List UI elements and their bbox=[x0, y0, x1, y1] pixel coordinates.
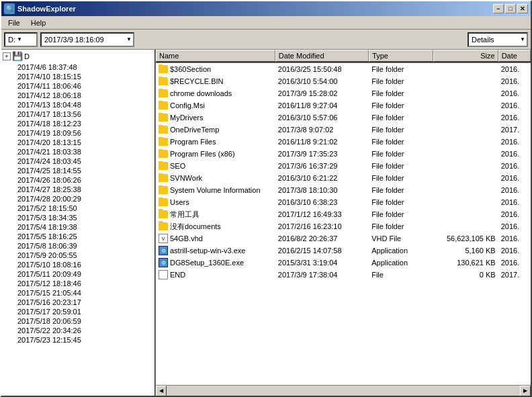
cell-name: chrome downloads bbox=[156, 89, 275, 98]
cell-date-modified: 2016/3/10 5:57:06 bbox=[275, 113, 369, 122]
vhd-icon: V bbox=[159, 234, 168, 243]
file-list-body[interactable]: $360Section 2016/3/25 15:50:48 File fold… bbox=[156, 63, 531, 385]
table-row[interactable]: ⚙ DG8Setup_1360E.exe 2015/3/31 3:19:04 A… bbox=[156, 257, 531, 269]
tree-date-item[interactable]: 2017/4/28 20:00:29 bbox=[1, 194, 154, 204]
col-header-size[interactable]: Size bbox=[433, 50, 498, 62]
tree-date-item[interactable]: 2017/4/13 18:04:48 bbox=[1, 100, 154, 109]
table-row[interactable]: OneDriveTemp 2017/3/8 9:07:02 File folde… bbox=[156, 124, 531, 136]
tree-date-item[interactable]: 2017/4/10 18:15:15 bbox=[1, 72, 154, 81]
table-row[interactable]: Users 2016/3/10 6:38:23 File folder 2016… bbox=[156, 196, 531, 208]
minimize-button[interactable]: − bbox=[493, 4, 504, 13]
folder-icon bbox=[159, 89, 168, 97]
h-scroll-track[interactable] bbox=[167, 386, 520, 396]
tree-date-item[interactable]: 2017/5/22 20:34:26 bbox=[1, 326, 154, 335]
col-header-type[interactable]: Type bbox=[369, 50, 433, 62]
table-row[interactable]: Program Files 2016/11/8 9:21:02 File fol… bbox=[156, 136, 531, 148]
cell-name: ⚙ astrill-setup-win-v3.exe bbox=[156, 245, 275, 256]
table-row[interactable]: V 54GB.vhd 2016/8/2 20:26:37 VHD File 56… bbox=[156, 232, 531, 245]
cell-type: File folder bbox=[369, 222, 433, 231]
h-scrollbar: ◀ ▶ bbox=[156, 385, 531, 396]
drive-select[interactable]: D: ▼ bbox=[4, 32, 38, 47]
col-header-date-modified[interactable]: Date Modified bbox=[275, 50, 369, 62]
cell-size: 130,621 KB bbox=[433, 258, 498, 267]
table-row[interactable]: $RECYCLE.BIN 2016/3/10 5:54:00 File fold… bbox=[156, 75, 531, 87]
table-row[interactable]: Program Files (x86) 2017/3/9 17:35:23 Fi… bbox=[156, 148, 531, 160]
tree-panel[interactable]: + 💾 D 2017/4/6 18:37:482017/4/10 18:15:1… bbox=[1, 50, 154, 396]
app-icon: 🔍 bbox=[4, 3, 15, 14]
tree-date-item[interactable]: 2017/4/11 18:06:46 bbox=[1, 81, 154, 91]
tree-date-item[interactable]: 2017/5/12 18:18:46 bbox=[1, 279, 154, 288]
tree-date-item[interactable]: 2017/4/17 18:13:56 bbox=[1, 109, 154, 119]
date-value: 2017/3/9 18:16:09 bbox=[44, 36, 104, 44]
tree-date-item[interactable]: 2017/5/2 18:15:50 bbox=[1, 204, 154, 213]
table-row[interactable]: Config.Msi 2016/11/8 9:27:04 File folder… bbox=[156, 99, 531, 112]
tree-date-item[interactable]: 2017/4/26 18:06:26 bbox=[1, 175, 154, 185]
date-select[interactable]: 2017/3/9 18:16:09 ▼ bbox=[40, 32, 134, 47]
tree-date-item[interactable]: 2017/4/6 18:37:48 bbox=[1, 62, 154, 72]
tree-date-item[interactable]: 2017/4/18 18:12:23 bbox=[1, 119, 154, 128]
tree-date-item[interactable]: 2017/5/8 18:06:39 bbox=[1, 241, 154, 251]
expand-icon[interactable]: + bbox=[3, 52, 11, 60]
file-name-text: SVNWork bbox=[170, 174, 202, 182]
tree-date-item[interactable]: 2017/5/17 20:59:01 bbox=[1, 307, 154, 316]
tree-date-item[interactable]: 2017/5/15 21:05:44 bbox=[1, 288, 154, 298]
table-row[interactable]: SVNWork 2016/3/10 6:21:22 File folder 20… bbox=[156, 172, 531, 184]
cell-name: SEO bbox=[156, 161, 275, 171]
tree-date-item[interactable]: 2017/5/18 20:06:59 bbox=[1, 316, 154, 326]
cell-size: 56,623,105 KB bbox=[433, 234, 498, 243]
tree-date-item[interactable]: 2017/4/21 18:03:38 bbox=[1, 147, 154, 157]
cell-size bbox=[433, 177, 498, 179]
view-select[interactable]: Details ▼ bbox=[468, 32, 528, 47]
menu-file[interactable]: File bbox=[3, 17, 26, 28]
cell-type: File folder bbox=[369, 125, 433, 134]
cell-name: END bbox=[156, 269, 275, 280]
table-row[interactable]: END 2017/3/9 17:38:04 File 0 KB 2017. bbox=[156, 269, 531, 281]
tree-date-item[interactable]: 2017/4/24 18:03:45 bbox=[1, 157, 154, 166]
table-row[interactable]: $360Section 2016/3/25 15:50:48 File fold… bbox=[156, 63, 531, 75]
tree-date-item[interactable]: 2017/5/23 12:15:45 bbox=[1, 335, 154, 345]
table-row[interactable]: 常用工具 2017/1/12 16:49:33 File folder 2016… bbox=[156, 208, 531, 220]
cell-date-modified: 2016/11/8 9:27:04 bbox=[275, 101, 369, 110]
cell-size bbox=[433, 153, 498, 155]
cell-extra: 2017. bbox=[498, 125, 531, 134]
tree-date-item[interactable]: 2017/4/20 18:13:15 bbox=[1, 138, 154, 147]
date-list: 2017/4/6 18:37:482017/4/10 18:15:152017/… bbox=[1, 62, 154, 345]
cell-extra: 2016. bbox=[498, 64, 531, 74]
file-name-text: Users bbox=[170, 198, 189, 206]
cell-name: $360Section bbox=[156, 64, 275, 74]
table-row[interactable]: MyDrivers 2016/3/10 5:57:06 File folder … bbox=[156, 112, 531, 124]
close-button[interactable]: ✕ bbox=[517, 4, 528, 13]
cell-size bbox=[433, 129, 498, 130]
table-row[interactable]: System Volume Information 2017/3/8 18:10… bbox=[156, 184, 531, 196]
h-scroll-left-button[interactable]: ◀ bbox=[156, 386, 167, 396]
cell-date-modified: 2017/1/12 16:49:33 bbox=[275, 210, 369, 219]
cell-type: VHD File bbox=[369, 234, 433, 243]
tree-root[interactable]: + 💾 D bbox=[1, 50, 154, 62]
cell-size bbox=[433, 202, 498, 203]
h-scroll-right-button[interactable]: ▶ bbox=[520, 386, 531, 396]
col-header-date[interactable]: Date bbox=[498, 50, 531, 62]
tree-date-item[interactable]: 2017/5/5 18:16:25 bbox=[1, 232, 154, 241]
tree-date-item[interactable]: 2017/5/16 20:23:17 bbox=[1, 298, 154, 307]
cell-name: 没有documents bbox=[156, 221, 275, 232]
table-row[interactable]: 没有documents 2017/2/16 16:23:10 File fold… bbox=[156, 220, 531, 232]
table-row[interactable]: SEO 2017/3/6 16:37:29 File folder 2016. bbox=[156, 160, 531, 172]
tree-date-item[interactable]: 2017/5/3 18:34:35 bbox=[1, 213, 154, 222]
maximize-button[interactable]: □ bbox=[505, 4, 516, 13]
cell-date-modified: 2016/8/2 20:26:37 bbox=[275, 234, 369, 243]
tree-date-item[interactable]: 2017/4/19 18:09:56 bbox=[1, 128, 154, 138]
table-row[interactable]: chrome downloads 2017/3/9 15:28:02 File … bbox=[156, 87, 531, 99]
tree-date-item[interactable]: 2017/4/25 18:14:55 bbox=[1, 166, 154, 175]
app-icon: ⚙ bbox=[159, 258, 168, 267]
tree-date-item[interactable]: 2017/5/4 18:19:38 bbox=[1, 222, 154, 232]
toolbar: D: ▼ 2017/3/9 18:16:09 ▼ Details ▼ bbox=[1, 30, 531, 50]
tree-date-item[interactable]: 2017/4/27 18:25:38 bbox=[1, 185, 154, 194]
col-header-name[interactable]: Name bbox=[156, 50, 275, 62]
cell-extra: 2016. bbox=[498, 197, 531, 207]
menu-help[interactable]: Help bbox=[26, 17, 52, 28]
table-row[interactable]: ⚙ astrill-setup-win-v3.exe 2016/2/15 14:… bbox=[156, 245, 531, 257]
tree-date-item[interactable]: 2017/5/11 20:09:49 bbox=[1, 269, 154, 279]
tree-date-item[interactable]: 2017/4/12 18:06:18 bbox=[1, 91, 154, 100]
tree-date-item[interactable]: 2017/5/9 20:05:55 bbox=[1, 251, 154, 260]
tree-date-item[interactable]: 2017/5/10 18:08:16 bbox=[1, 260, 154, 269]
